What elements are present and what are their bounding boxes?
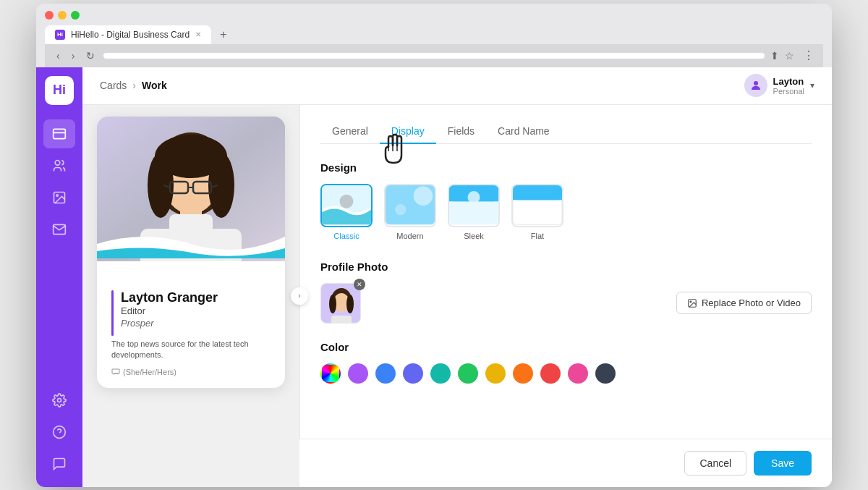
settings-panel-wrapper: General Display Fields Card Name (299, 105, 832, 487)
tab-fields[interactable]: Fields (436, 119, 486, 144)
content-area: › (82, 105, 832, 487)
tab-title: HiHello - Digital Business Card (71, 30, 190, 40)
app-logo: Hi (45, 76, 74, 105)
color-swatch-teal[interactable] (430, 363, 451, 384)
sleek-design-preview-image (449, 184, 498, 226)
mail-icon (52, 222, 67, 237)
browser-chrome: Hi HiHello - Digital Business Card ✕ + ‹… (36, 4, 832, 67)
reload-button[interactable]: ↻ (83, 48, 98, 63)
user-info: Layton Personal (773, 76, 804, 96)
close-window-button[interactable] (45, 11, 54, 20)
breadcrumb-parent[interactable]: Cards (100, 80, 127, 91)
card-person-company: Prosper (121, 318, 218, 329)
design-options: Classic (320, 184, 812, 240)
design-preview-modern (384, 184, 436, 227)
design-section-wrapper: Design (320, 161, 812, 240)
card-accent-bar (111, 290, 114, 336)
color-swatch-dark[interactable] (595, 363, 616, 384)
minimize-window-button[interactable] (58, 11, 67, 20)
flat-design-preview-image (513, 184, 562, 226)
design-preview-flat (511, 184, 563, 227)
new-tab-button[interactable]: + (214, 25, 232, 44)
forward-button[interactable]: › (69, 48, 78, 63)
design-option-flat[interactable]: Flat (511, 184, 563, 240)
card-photo-area (97, 117, 285, 261)
flat-label: Flat (531, 232, 544, 240)
sidebar-item-contacts[interactable] (43, 151, 75, 180)
classic-label: Classic (333, 232, 359, 240)
design-preview-sleek (448, 184, 500, 227)
replace-photo-label: Replace Photo or Video (702, 297, 801, 308)
color-swatch-pink[interactable] (568, 363, 588, 384)
more-options-button[interactable]: ⋮ (803, 48, 814, 62)
card-person-name: Layton Granger (121, 290, 218, 305)
svg-point-2 (55, 160, 60, 165)
top-nav: Cards › Work Layton Personal (82, 67, 832, 105)
color-swatch-orange[interactable] (513, 363, 533, 384)
color-swatch-indigo[interactable] (403, 363, 423, 384)
svg-point-40 (329, 295, 336, 313)
design-section-title: Design (320, 161, 812, 174)
sidebar-item-mail[interactable] (43, 215, 75, 244)
color-swatch-gradient[interactable] (320, 363, 341, 384)
card-name-area: Layton Granger Editor Prosper (111, 290, 271, 336)
card-preview-panel: › (82, 105, 299, 487)
svg-rect-36 (513, 190, 562, 200)
help-icon (52, 425, 67, 439)
tab-favicon: Hi (55, 30, 65, 40)
tab-close-button[interactable]: ✕ (195, 30, 201, 38)
collapse-panel-button[interactable]: › (291, 287, 308, 305)
color-swatch-dark-blue[interactable] (375, 363, 396, 384)
card-name-block: Layton Granger Editor Prosper (121, 290, 218, 336)
tab-card-name[interactable]: Card Name (486, 119, 561, 144)
color-swatch-red[interactable] (540, 363, 561, 384)
color-swatch-green[interactable] (458, 363, 478, 384)
media-icon (52, 190, 67, 205)
profile-photo-title: Profile Photo (320, 261, 812, 273)
app-container: Hi (36, 67, 832, 487)
share-icon[interactable]: ⬆ (770, 50, 779, 62)
tab-row: General Display Fields Card Name (320, 119, 812, 144)
sidebar-item-settings[interactable] (43, 386, 75, 415)
card-description: The top news source for the latest tech … (111, 339, 271, 361)
svg-point-8 (754, 81, 758, 85)
design-option-modern[interactable]: Modern (384, 184, 436, 240)
address-bar[interactable] (103, 53, 765, 59)
design-section: Design (320, 161, 812, 240)
classic-design-preview-image (322, 184, 371, 226)
replace-photo-button[interactable]: Replace Photo or Video (676, 292, 812, 314)
browser-tab-active[interactable]: Hi HiHello - Digital Business Card ✕ (45, 25, 211, 44)
bookmark-icon[interactable]: ☆ (785, 50, 794, 62)
sidebar-item-chat[interactable] (43, 449, 75, 478)
svg-point-5 (58, 398, 61, 402)
sidebar: Hi (36, 67, 82, 487)
color-swatch-purple[interactable] (348, 363, 368, 384)
speech-icon (111, 368, 120, 376)
browser-toolbar-icons: ⬆ ☆ ⋮ (770, 48, 814, 62)
sidebar-item-help[interactable] (43, 418, 75, 447)
back-button[interactable]: ‹ (54, 48, 63, 63)
cancel-button[interactable]: Cancel (684, 451, 746, 476)
sidebar-item-cards[interactable] (43, 119, 75, 148)
modern-label: Modern (396, 232, 423, 240)
maximize-window-button[interactable] (71, 11, 80, 20)
color-section: Color (320, 341, 812, 384)
svg-rect-0 (54, 129, 66, 138)
contacts-icon (52, 159, 67, 173)
photo-remove-button[interactable]: ✕ (354, 279, 365, 290)
profile-photo-section: Profile Photo (320, 261, 812, 324)
save-button[interactable]: Save (754, 451, 812, 476)
business-card-preview: Layton Granger Editor Prosper The top ne… (97, 117, 285, 389)
avatar-icon (749, 79, 762, 92)
card-pronouns: (She/Her/Hers) (111, 368, 271, 376)
chat-icon (52, 457, 67, 471)
svg-point-33 (468, 191, 480, 203)
color-swatch-yellow[interactable] (485, 363, 506, 384)
design-option-classic[interactable]: Classic (320, 184, 373, 240)
sidebar-item-media[interactable] (43, 183, 75, 212)
tab-general[interactable]: General (320, 119, 380, 144)
user-menu[interactable]: Layton Personal ▾ (744, 74, 814, 97)
design-option-sleek[interactable]: Sleek (448, 184, 500, 240)
tab-display[interactable]: Display (380, 119, 436, 144)
settings-icon (52, 393, 67, 407)
